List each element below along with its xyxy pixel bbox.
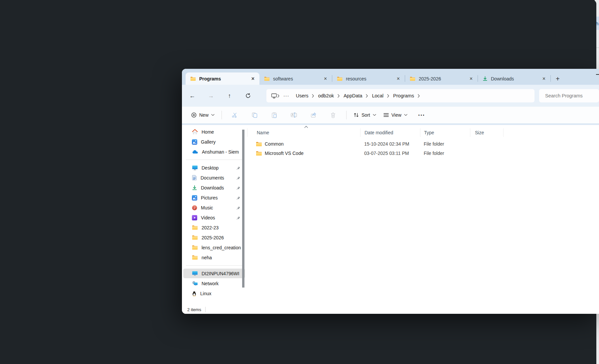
- sidebar-item-2022-23[interactable]: 2022-23: [183, 223, 245, 232]
- sort-button[interactable]: Sort: [350, 110, 380, 120]
- breadcrumb-item-users[interactable]: Users: [293, 93, 312, 98]
- sidebar-item-lens-cred-creation[interactable]: lens_cred_creation: [183, 243, 245, 252]
- close-icon[interactable]: ×: [249, 76, 257, 81]
- breadcrumb[interactable]: ··· Users odb2ok AppData Local Programs: [266, 89, 534, 102]
- table-row[interactable]: Common 15-10-2024 02:34 PM File folder: [247, 139, 599, 149]
- navigation-bar: ← → ↑ ··· Users odb2ok AppData Local Pro…: [182, 85, 599, 107]
- tab-softwares[interactable]: softwares ×: [259, 72, 332, 85]
- chevron-right-icon[interactable]: [312, 94, 314, 98]
- search-box[interactable]: [539, 89, 599, 102]
- column-header-date-modified[interactable]: Date modified: [360, 128, 420, 137]
- new-button[interactable]: New: [188, 110, 218, 120]
- table-row[interactable]: Microsoft VS Code 03-07-2025 03:11 PM Fi…: [247, 149, 599, 158]
- new-tab-button[interactable]: +: [551, 75, 565, 82]
- divider: [503, 128, 504, 137]
- close-icon[interactable]: ×: [540, 76, 548, 81]
- up-button[interactable]: ↑: [224, 90, 235, 101]
- sidebar-item-pictures[interactable]: Pictures: [183, 193, 245, 202]
- search-input[interactable]: [544, 93, 594, 99]
- breadcrumb-overflow[interactable]: ···: [280, 93, 293, 98]
- more-options-button[interactable]: •••: [418, 113, 425, 117]
- sidebar-item-onedrive[interactable]: Anshuman - Siem: [183, 147, 245, 157]
- pin-icon: [236, 166, 240, 170]
- back-button[interactable]: ←: [187, 90, 198, 101]
- tab-label: Downloads: [491, 76, 537, 81]
- download-icon: [192, 185, 197, 190]
- sidebar-scrollbar[interactable]: [242, 130, 244, 288]
- file-list: Name Date modified Type Size Common 15-1…: [247, 125, 599, 305]
- forward-button[interactable]: →: [205, 90, 217, 101]
- sidebar-item-downloads[interactable]: Downloads: [183, 183, 245, 192]
- sidebar-item-videos[interactable]: Videos: [183, 213, 245, 222]
- share-button[interactable]: [304, 112, 323, 118]
- breadcrumb-item-programs[interactable]: Programs: [390, 93, 417, 98]
- music-icon: [192, 205, 197, 210]
- breadcrumb-item-appdata[interactable]: AppData: [340, 93, 366, 98]
- tab-bar: Programs × softwares × resources × 2025-…: [182, 69, 599, 85]
- delete-button[interactable]: [323, 112, 343, 118]
- view-button[interactable]: View: [380, 110, 411, 120]
- tab-label: Programs: [199, 76, 246, 81]
- rename-button[interactable]: [284, 112, 304, 118]
- view-lines-icon: [383, 113, 389, 117]
- item-count: 2 items: [187, 307, 201, 312]
- sidebar-item-linux[interactable]: Linux: [183, 289, 245, 298]
- folder-icon: [192, 245, 198, 250]
- gallery-icon: [192, 139, 197, 145]
- cut-button[interactable]: [225, 112, 245, 118]
- refresh-button[interactable]: [242, 90, 254, 101]
- column-header-type[interactable]: Type: [420, 128, 470, 137]
- close-icon[interactable]: ×: [322, 76, 329, 81]
- sidebar-item-network[interactable]: Network: [183, 279, 245, 288]
- tab-resources[interactable]: resources ×: [332, 72, 405, 85]
- close-icon[interactable]: ×: [394, 76, 402, 81]
- divider: [186, 265, 244, 266]
- sidebar-item-desktop[interactable]: Desktop: [183, 163, 245, 173]
- chevron-right-icon[interactable]: [387, 94, 389, 98]
- this-pc-icon[interactable]: [271, 93, 277, 98]
- tab-2025-2026[interactable]: 2025-2026 ×: [405, 72, 478, 85]
- divider: [205, 307, 206, 312]
- status-bar: 2 items: [182, 305, 599, 314]
- scissors-icon: [232, 112, 238, 118]
- file-date-modified: 03-07-2025 03:11 PM: [360, 151, 420, 156]
- folder-icon: [264, 76, 270, 81]
- close-icon[interactable]: ×: [467, 76, 475, 81]
- copy-icon: [252, 112, 257, 118]
- folder-icon: [256, 151, 262, 156]
- folder-icon: [192, 235, 198, 240]
- chevron-right-icon[interactable]: [338, 94, 340, 98]
- divider: [186, 160, 244, 160]
- sidebar-item-this-pc[interactable]: DI2INPUN4796WI: [183, 269, 245, 278]
- breadcrumb-item-local[interactable]: Local: [369, 93, 387, 98]
- chevron-right-icon[interactable]: [418, 94, 420, 98]
- paste-button[interactable]: [264, 112, 284, 118]
- sidebar-item-gallery[interactable]: Gallery: [183, 137, 245, 147]
- chevron-right-icon[interactable]: [366, 94, 368, 98]
- sidebar-item-music[interactable]: Music: [183, 203, 245, 212]
- rename-icon: [291, 112, 297, 118]
- copy-button[interactable]: [245, 112, 264, 118]
- breadcrumb-item-odb2ok[interactable]: odb2ok: [315, 93, 337, 98]
- column-header-size[interactable]: Size: [470, 128, 503, 137]
- sidebar-item-2025-2026[interactable]: 2025-2026: [183, 233, 245, 242]
- column-header-name[interactable]: Name: [247, 128, 360, 137]
- tab-label: softwares: [273, 76, 318, 81]
- file-type: File folder: [420, 151, 470, 156]
- onedrive-icon: [192, 150, 198, 154]
- tab-label: resources: [346, 76, 391, 81]
- folder-icon: [190, 76, 196, 81]
- divider: [346, 111, 347, 119]
- sidebar-item-home[interactable]: Home: [183, 127, 245, 137]
- share-icon: [311, 112, 316, 118]
- file-type: File folder: [420, 141, 470, 147]
- tab-programs[interactable]: Programs ×: [186, 72, 259, 85]
- sidebar-item-documents[interactable]: Documents: [183, 173, 245, 182]
- tab-downloads[interactable]: Downloads ×: [478, 72, 550, 85]
- sidebar-item-neha[interactable]: neha: [183, 253, 245, 262]
- minimize-icon[interactable]: [596, 74, 599, 75]
- sort-arrows-icon: [354, 113, 359, 117]
- tab-label: 2025-2026: [419, 76, 464, 81]
- chevron-right-icon[interactable]: [277, 94, 280, 98]
- new-button-label: New: [199, 112, 209, 118]
